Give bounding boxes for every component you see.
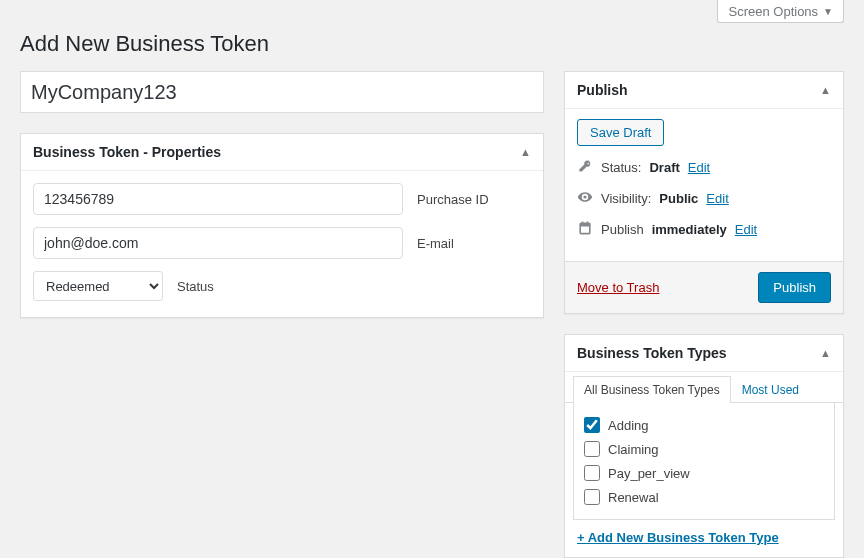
title-input[interactable]: [20, 71, 544, 113]
save-draft-button[interactable]: Save Draft: [577, 119, 664, 146]
status-label: Status: [177, 279, 214, 294]
page-title: Add New Business Token: [20, 31, 844, 57]
type-check-item[interactable]: Pay_per_view: [584, 461, 824, 485]
screen-options-toggle[interactable]: Screen Options ▼: [717, 0, 844, 23]
type-check-item[interactable]: Renewal: [584, 485, 824, 509]
collapse-toggle-icon[interactable]: ▲: [520, 146, 531, 158]
tab-all-types[interactable]: All Business Token Types: [573, 376, 731, 403]
properties-box-title: Business Token - Properties: [33, 144, 221, 160]
token-types-box: Business Token Types ▲ All Business Toke…: [564, 334, 844, 558]
add-new-type-link[interactable]: + Add New Business Token Type: [565, 520, 843, 557]
type-checkbox[interactable]: [584, 441, 600, 457]
type-checkbox[interactable]: [584, 417, 600, 433]
type-checkbox[interactable]: [584, 465, 600, 481]
purchase-id-input[interactable]: [33, 183, 403, 215]
collapse-toggle-icon[interactable]: ▲: [820, 84, 831, 96]
edit-status-link[interactable]: Edit: [688, 160, 710, 175]
publish-box: Publish ▲ Save Draft Status: Draft Edit: [564, 71, 844, 314]
screen-options-label: Screen Options: [728, 4, 818, 19]
visibility-value: Public: [659, 191, 698, 206]
status-select[interactable]: Redeemed: [33, 271, 163, 301]
edit-visibility-link[interactable]: Edit: [706, 191, 728, 206]
type-label: Renewal: [608, 490, 659, 505]
caret-down-icon: ▼: [823, 6, 833, 17]
status-value: Draft: [649, 160, 679, 175]
email-label: E-mail: [417, 236, 454, 251]
publish-value: immediately: [652, 222, 727, 237]
publish-label-text: Publish: [601, 222, 644, 237]
tab-most-used[interactable]: Most Used: [731, 376, 810, 403]
type-checkbox[interactable]: [584, 489, 600, 505]
type-check-item[interactable]: Adding: [584, 413, 824, 437]
status-label-text: Status:: [601, 160, 641, 175]
edit-publish-link[interactable]: Edit: [735, 222, 757, 237]
collapse-toggle-icon[interactable]: ▲: [820, 347, 831, 359]
calendar-icon: [577, 220, 593, 239]
publish-button[interactable]: Publish: [758, 272, 831, 303]
publish-box-title: Publish: [577, 82, 628, 98]
type-label: Claiming: [608, 442, 659, 457]
key-icon: [577, 158, 593, 177]
type-label: Pay_per_view: [608, 466, 690, 481]
move-to-trash-link[interactable]: Move to Trash: [577, 280, 659, 295]
purchase-id-label: Purchase ID: [417, 192, 489, 207]
properties-box: Business Token - Properties ▲ Purchase I…: [20, 133, 544, 318]
email-input[interactable]: [33, 227, 403, 259]
type-label: Adding: [608, 418, 648, 433]
eye-icon: [577, 189, 593, 208]
type-check-item[interactable]: Claiming: [584, 437, 824, 461]
visibility-label-text: Visibility:: [601, 191, 651, 206]
token-types-box-title: Business Token Types: [577, 345, 727, 361]
